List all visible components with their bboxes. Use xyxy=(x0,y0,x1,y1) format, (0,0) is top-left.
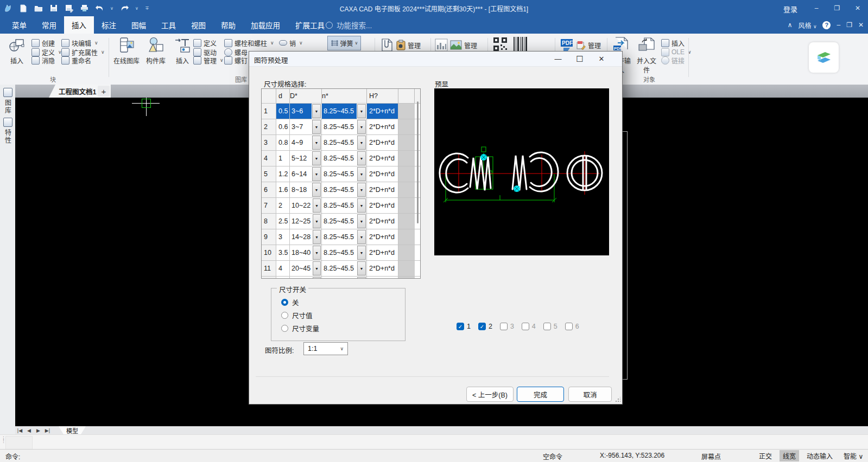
row-number-cell[interactable]: 4 xyxy=(262,151,276,166)
table-combo-value[interactable]: 8~18 xyxy=(290,182,312,197)
d-cell[interactable]: 0.6 xyxy=(276,119,290,134)
table-header[interactable]: D* xyxy=(290,89,322,103)
window-close-button[interactable]: ✕ xyxy=(847,0,868,16)
d-cell[interactable]: 2 xyxy=(276,198,290,213)
combo-arrow-icon[interactable]: ▼ xyxy=(313,230,321,244)
table-combo-value[interactable]: 8.25~45.5 xyxy=(322,135,357,150)
table-row[interactable]: 7210~22▼8.25~45.5▼2*D+n*d xyxy=(262,198,420,214)
block-create-button[interactable]: 创建 xyxy=(31,39,55,47)
table-combo-value[interactable]: 22~50 xyxy=(290,277,312,279)
n-cell[interactable]: 8.25~45.5▼ xyxy=(322,214,367,229)
window-minimize-button[interactable]: – xyxy=(806,0,827,16)
table-combo-value[interactable]: 8.25~45.5 xyxy=(322,104,357,119)
view-checkbox-5[interactable]: 5 xyxy=(543,323,557,330)
row-number-cell[interactable]: 7 xyxy=(262,198,276,213)
combo-arrow-icon[interactable]: ▼ xyxy=(312,120,321,134)
H-cell[interactable]: 2*D+n*d xyxy=(367,198,398,213)
row-number-cell[interactable]: 2 xyxy=(262,119,276,134)
H-cell[interactable]: 2*D+n*d xyxy=(367,151,398,166)
H-cell[interactable]: 2*D+n*d xyxy=(367,245,398,260)
n-cell[interactable]: 8.25~45.5▼ xyxy=(322,104,367,119)
combo-arrow-icon[interactable]: ▼ xyxy=(313,277,321,279)
table-combo-value[interactable]: 12~25 xyxy=(290,214,312,229)
combo-arrow-icon[interactable]: ▼ xyxy=(357,120,366,134)
table-row[interactable]: 9314~28▼8.25~45.5▼2*D+n*d xyxy=(262,229,420,245)
view-checkbox-2[interactable]: ✓2 xyxy=(478,323,492,330)
checkbox-icon[interactable] xyxy=(543,323,551,330)
d-cell[interactable]: 3.5 xyxy=(276,245,290,260)
n-cell[interactable]: 8.25~45.5▼ xyxy=(322,261,367,276)
combo-arrow-icon[interactable]: ▼ xyxy=(357,167,366,181)
filler-cell[interactable] xyxy=(398,261,415,276)
H-cell[interactable]: 2*D+n*d xyxy=(367,166,398,182)
table-row[interactable]: 20.63~7▼8.25~45.5▼2*D+n*d xyxy=(262,119,420,135)
n-cell[interactable]: 8.25~45.5▼ xyxy=(322,182,367,197)
menu-tab-7[interactable]: 视图 xyxy=(183,16,213,34)
d-cell[interactable]: 1 xyxy=(276,151,290,166)
combo-arrow-icon[interactable]: ▼ xyxy=(357,246,366,260)
d-cell[interactable]: 4.5 xyxy=(276,277,290,279)
menu-tab-9[interactable]: 加载应用 xyxy=(243,16,288,34)
H-cell[interactable]: 2*D+n*d xyxy=(367,277,398,279)
sidebar-item-library[interactable]: 图库 xyxy=(0,85,15,114)
table-combo-value[interactable]: 6~14 xyxy=(290,166,312,182)
object-insert-button[interactable]: 插入 xyxy=(661,39,685,47)
filler-cell[interactable] xyxy=(398,198,415,213)
filler-cell[interactable] xyxy=(398,151,415,166)
D-cell[interactable]: 18~40▼ xyxy=(290,245,322,260)
table-header[interactable] xyxy=(262,89,276,103)
lib-define-button[interactable]: 定义 xyxy=(193,39,217,47)
d-cell[interactable]: 0.5 xyxy=(276,104,290,119)
radio-icon[interactable] xyxy=(281,312,288,319)
menu-tab-2[interactable]: 常用 xyxy=(34,16,64,34)
table-row[interactable]: 103.518~40▼8.25~45.5▼2*D+n*d xyxy=(262,245,420,261)
table-row[interactable]: 61.68~18▼8.25~45.5▼2*D+n*d xyxy=(262,182,420,198)
combo-arrow-icon[interactable]: ▼ xyxy=(313,261,321,275)
rename-button[interactable]: 重命名 xyxy=(61,56,91,65)
back-button[interactable]: < 上一步(B) xyxy=(466,387,514,402)
finish-button[interactable]: 完成 xyxy=(517,387,564,402)
table-scrollbar[interactable] xyxy=(417,101,419,223)
table-combo-value[interactable]: 5~12 xyxy=(290,151,312,166)
filler-cell[interactable] xyxy=(398,135,415,150)
menu-tab-5[interactable]: 图幅 xyxy=(124,16,154,34)
combo-arrow-icon[interactable]: ▼ xyxy=(312,104,321,118)
screw-button[interactable]: 螺钉 xyxy=(224,56,248,65)
view-checkbox-1[interactable]: ✓1 xyxy=(457,323,471,330)
row-number-cell[interactable]: 8 xyxy=(262,214,276,229)
table-combo-value[interactable]: 3~6 xyxy=(290,104,312,119)
D-cell[interactable]: 4~9▼ xyxy=(290,135,322,150)
combo-arrow-icon[interactable]: ▼ xyxy=(357,214,366,228)
sheet-nav-last-icon[interactable]: ▶| xyxy=(43,428,52,433)
dialog-close-button[interactable]: ✕ xyxy=(591,52,612,66)
row-number-cell[interactable]: 3 xyxy=(262,135,276,150)
sheet-nav-prev-icon[interactable]: ◀ xyxy=(24,428,34,433)
status-toggle-动态输入[interactable]: 动态输入 xyxy=(803,450,836,461)
D-cell[interactable]: 3~6▼ xyxy=(290,104,322,119)
table-combo-value[interactable]: 8.25~45.5 xyxy=(322,261,357,276)
command-prompt[interactable]: 命令: xyxy=(5,452,20,461)
filler-cell[interactable] xyxy=(398,166,415,182)
block-edit-button[interactable]: 块编辑 xyxy=(61,39,98,47)
checkbox-icon[interactable]: ✓ xyxy=(457,323,464,330)
combo-arrow-icon[interactable]: ▼ xyxy=(357,230,366,244)
panel-drag-handle[interactable]: ⋮⋮ xyxy=(1,437,4,447)
new-tab-button[interactable]: + xyxy=(98,86,110,97)
table-row[interactable]: 415~12▼8.25~45.5▼2*D+n*d xyxy=(262,151,420,166)
block-insert-button[interactable]: 插入 xyxy=(3,37,31,65)
H-cell[interactable]: 2*D+n*d xyxy=(367,104,398,119)
sheet-nav-next-icon[interactable]: ▶ xyxy=(34,428,43,433)
mdi-restore-icon[interactable]: ❐ xyxy=(846,21,852,29)
D-cell[interactable]: 22~50▼ xyxy=(290,277,322,279)
table-combo-value[interactable]: 8.25~45.5 xyxy=(322,119,357,134)
symbol-scale-select[interactable]: 1:1 ∨ xyxy=(303,342,348,355)
table-combo-value[interactable]: 8.25~45.5 xyxy=(322,214,357,229)
spring-button[interactable]: 弹簧∨ xyxy=(327,36,361,50)
dim-switch-option-3[interactable]: 尺寸变量 xyxy=(281,323,319,333)
dim-switch-option-1[interactable]: 关 xyxy=(281,297,299,307)
dialog-title-bar[interactable]: 图符预处理 — ☐ ✕ xyxy=(249,52,622,67)
table-header[interactable] xyxy=(398,89,415,103)
style-menu[interactable]: 风格 ∨ xyxy=(799,21,817,30)
n-cell[interactable]: 8.25~45.5▼ xyxy=(322,229,367,245)
D-cell[interactable]: 14~28▼ xyxy=(290,229,322,245)
